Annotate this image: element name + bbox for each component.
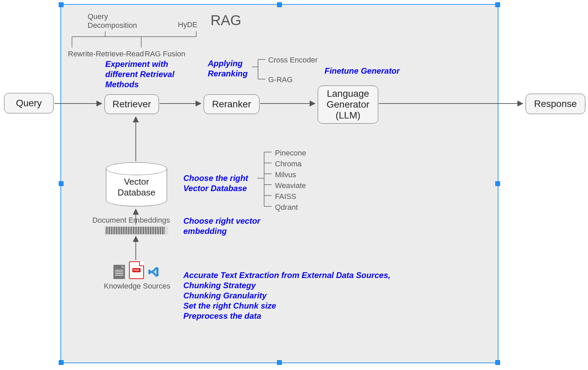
pdf-file-icon: PDF <box>129 261 144 279</box>
resize-handle-top-mid[interactable] <box>277 2 282 7</box>
diagram-title: RAG <box>210 12 241 29</box>
resize-handle-mid-left[interactable] <box>59 181 63 186</box>
resize-handle-bottom-right[interactable] <box>495 360 500 365</box>
retrieval-method-hyde: HyDE <box>178 20 197 29</box>
node-retriever: Retriever <box>105 94 159 114</box>
retrieval-method-rrr: Rewrite-Retrieve-Read <box>68 50 144 58</box>
reranker-g-rag: G-RAG <box>268 75 293 84</box>
retrieval-method-query-decomposition: Query Decomposition <box>88 12 137 30</box>
resize-handle-bottom-left[interactable] <box>59 360 63 365</box>
pdf-badge: PDF <box>132 268 141 272</box>
vector-db-option-4: FAISS <box>275 192 296 201</box>
node-reranker: Reranker <box>204 94 259 114</box>
reranker-cross-encoder: Cross Encoder <box>268 56 318 64</box>
resize-handle-bottom-mid[interactable] <box>277 360 282 365</box>
note-applying-reranking: Applying Reranking <box>208 58 247 79</box>
resize-handle-top-right[interactable] <box>495 2 500 7</box>
label-document-embeddings: Document Embeddings <box>92 216 170 225</box>
node-generator: Language Generator (LLM) <box>318 86 378 124</box>
vector-db-option-5: Qdrant <box>275 203 298 212</box>
vector-db-option-0: Pinecone <box>275 149 306 158</box>
label-knowledge-sources: Knowledge Sources <box>104 282 170 291</box>
note-choose-embedding: Choose right vector embedding <box>183 216 260 236</box>
vector-db-label: Vector Database <box>117 177 155 198</box>
retrieval-method-rag-fusion: RAG Fusion <box>145 50 185 58</box>
vector-db-option-3: Weaviate <box>275 181 306 190</box>
note-choose-vector-db: Choose the right Vector Database <box>183 173 248 193</box>
vscode-icon <box>148 266 160 279</box>
vector-db-option-1: Chroma <box>275 160 301 168</box>
knowledge-source-icons: PDF <box>113 261 160 279</box>
node-query: Query <box>4 93 54 113</box>
note-experiment-retrieval: Experiment with different Retrieval Meth… <box>105 59 174 90</box>
note-knowledge-sources: Accurate Text Extraction from External D… <box>183 270 390 321</box>
resize-handle-top-left[interactable] <box>59 2 63 7</box>
document-file-icon <box>113 265 125 279</box>
note-finetune-generator: Finetune Generator <box>325 66 400 76</box>
embeddings-barcode-icon <box>105 226 168 235</box>
node-response: Response <box>526 94 585 114</box>
vector-db-option-2: Milvus <box>275 170 296 179</box>
resize-handle-mid-right[interactable] <box>495 181 500 186</box>
node-vector-database: Vector Database <box>106 162 167 206</box>
